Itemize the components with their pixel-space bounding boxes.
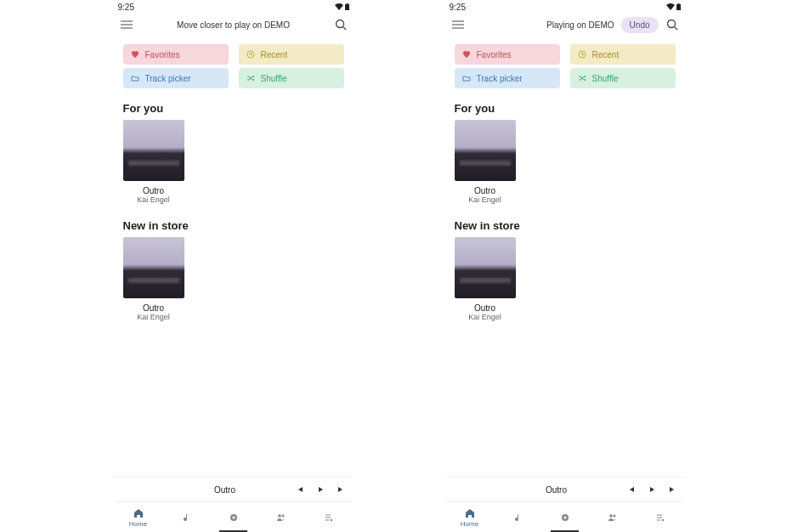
chip-track-picker[interactable]: Track picker [455, 68, 560, 88]
nav-disc[interactable] [210, 502, 258, 532]
chip-track-picker[interactable]: Track picker [123, 68, 229, 88]
disc-icon [228, 512, 240, 524]
menu-icon[interactable] [118, 16, 135, 33]
nav-label: Home [461, 520, 478, 528]
chip-label: Shuffle [261, 74, 287, 83]
playlist-icon [323, 512, 335, 524]
status-time: 9:25 [118, 3, 134, 12]
heart-icon [461, 49, 472, 59]
battery-icon [676, 3, 681, 10]
chip-label: Recent [592, 50, 620, 59]
svg-rect-0 [345, 4, 349, 10]
search-icon[interactable] [332, 16, 349, 33]
svg-point-17 [609, 514, 613, 518]
mini-controls [626, 484, 677, 495]
nav-music[interactable] [162, 502, 210, 532]
nav-bar: Home [446, 501, 684, 532]
chip-shuffle[interactable]: Shuffle [570, 68, 676, 88]
track-title: Outro [455, 303, 516, 313]
track-card[interactable]: Outro Kai Engel [455, 120, 516, 204]
top-bar: Move closer to play on DEMO [115, 12, 353, 37]
top-message: Move closer to play on DEMO [135, 20, 332, 30]
track-card[interactable]: Outro Kai Engel [123, 120, 184, 204]
svg-point-6 [232, 516, 235, 518]
bottom-area: Outro Home [446, 477, 684, 532]
heart-icon [130, 49, 140, 59]
clock-icon [577, 49, 587, 59]
status-bar: 9:25 [115, 0, 353, 12]
chip-label: Favorites [477, 50, 512, 59]
mini-player[interactable]: Outro [446, 478, 684, 501]
home-icon [133, 507, 144, 519]
nav-home[interactable]: Home [446, 502, 494, 532]
home-icon [464, 507, 476, 519]
mini-controls [295, 484, 346, 495]
play-button[interactable] [647, 484, 657, 495]
chip-row-1: Favorites Recent [446, 37, 684, 68]
nav-artists[interactable] [589, 502, 637, 532]
nav-playlists[interactable] [637, 502, 684, 532]
svg-point-7 [278, 514, 281, 518]
album-art [455, 120, 516, 181]
next-button[interactable] [667, 484, 677, 495]
svg-rect-1 [346, 3, 348, 4]
chip-row-1: Favorites Recent [115, 37, 353, 68]
svg-point-19 [661, 518, 663, 520]
disc-icon [559, 512, 571, 524]
status-icons [666, 3, 681, 10]
nav-label: Home [129, 520, 147, 528]
nav-disc[interactable] [541, 502, 589, 532]
search-icon[interactable] [664, 16, 681, 33]
section-title-new: New in store [446, 209, 684, 237]
prev-button[interactable] [626, 484, 637, 495]
album-art [455, 237, 516, 298]
chip-recent[interactable]: Recent [570, 44, 676, 65]
svg-point-18 [613, 514, 615, 517]
people-icon [275, 512, 287, 524]
battery-icon [345, 3, 349, 10]
chip-favorites[interactable]: Favorites [123, 44, 229, 65]
chip-favorites[interactable]: Favorites [455, 44, 560, 65]
svg-line-13 [674, 27, 677, 31]
prev-button[interactable] [295, 484, 305, 495]
mini-player[interactable]: Outro [115, 478, 353, 501]
top-message: Playing on DEMO [467, 20, 616, 30]
phone-screen-right: 9:25 Playing on DEMO Undo Favorites Rece… [446, 0, 684, 532]
track-card[interactable]: Outro Kai Engel [123, 237, 184, 321]
chip-label: Recent [261, 50, 288, 59]
svg-line-3 [342, 27, 346, 31]
status-icons [335, 3, 349, 10]
bottom-area: Outro Home [115, 477, 353, 532]
chip-label: Track picker [145, 74, 191, 83]
folder-icon [461, 73, 472, 83]
nav-home[interactable]: Home [115, 502, 162, 532]
undo-button[interactable]: Undo [621, 17, 659, 33]
chip-shuffle[interactable]: Shuffle [239, 68, 344, 88]
music-note-icon [180, 512, 192, 524]
menu-icon[interactable] [450, 16, 467, 33]
svg-point-9 [330, 518, 331, 520]
shuffle-icon [246, 73, 256, 83]
track-card[interactable]: Outro Kai Engel [455, 237, 516, 321]
chip-row-2: Track picker Shuffle [115, 68, 353, 92]
nav-music[interactable] [494, 502, 541, 532]
next-button[interactable] [336, 484, 346, 495]
chip-row-2: Track picker Shuffle [446, 68, 684, 92]
album-art [123, 237, 184, 298]
wifi-icon [666, 3, 675, 10]
play-button[interactable] [315, 484, 325, 495]
nav-bar: Home [115, 501, 353, 532]
track-artist: Kai Engel [123, 313, 184, 321]
status-bar: 9:25 [446, 0, 684, 12]
track-title: Outro [123, 303, 184, 313]
playlist-icon [654, 512, 666, 524]
nav-artists[interactable] [258, 502, 305, 532]
nav-playlists[interactable] [305, 502, 353, 532]
chip-label: Track picker [477, 74, 523, 83]
chip-label: Shuffle [592, 74, 619, 83]
mini-player-title: Outro [156, 485, 295, 495]
chip-recent[interactable]: Recent [239, 44, 344, 65]
svg-point-8 [281, 514, 284, 517]
track-artist: Kai Engel [455, 195, 516, 204]
shuffle-icon [577, 73, 587, 83]
